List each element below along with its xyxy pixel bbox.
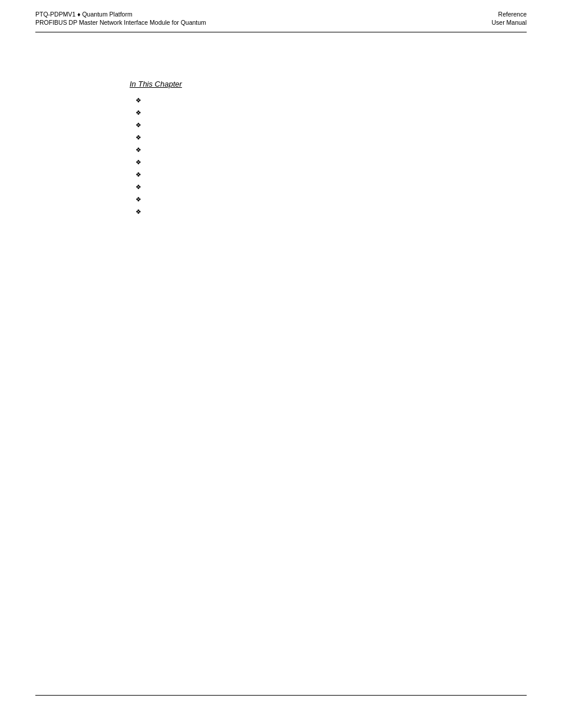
- header-right: Reference User Manual: [491, 11, 527, 26]
- main-content: In This Chapter: [0, 32, 562, 263]
- header-title-line2: PROFIBUS DP Master Network Interface Mod…: [35, 19, 206, 26]
- header-manual: User Manual: [491, 19, 527, 26]
- list-item: [135, 134, 527, 141]
- list-item: [135, 171, 527, 179]
- header-title-line1: PTQ-PDPMV1 ♦ Quantum Platform: [35, 11, 206, 18]
- list-item: [135, 159, 527, 166]
- page: PTQ-PDPMV1 ♦ Quantum Platform PROFIBUS D…: [0, 0, 562, 728]
- bullet-list: [135, 97, 527, 216]
- header-reference: Reference: [498, 11, 527, 18]
- list-item: [135, 121, 527, 129]
- footer-divider: [35, 695, 527, 696]
- header-left: PTQ-PDPMV1 ♦ Quantum Platform PROFIBUS D…: [35, 11, 206, 26]
- list-item: [135, 97, 527, 104]
- list-item: [135, 196, 527, 203]
- section-title: In This Chapter: [130, 80, 527, 88]
- list-item: [135, 208, 527, 216]
- list-item: [135, 183, 527, 191]
- header: PTQ-PDPMV1 ♦ Quantum Platform PROFIBUS D…: [0, 0, 562, 32]
- list-item: [135, 146, 527, 154]
- in-this-chapter-section: In This Chapter: [130, 80, 527, 216]
- list-item: [135, 109, 527, 117]
